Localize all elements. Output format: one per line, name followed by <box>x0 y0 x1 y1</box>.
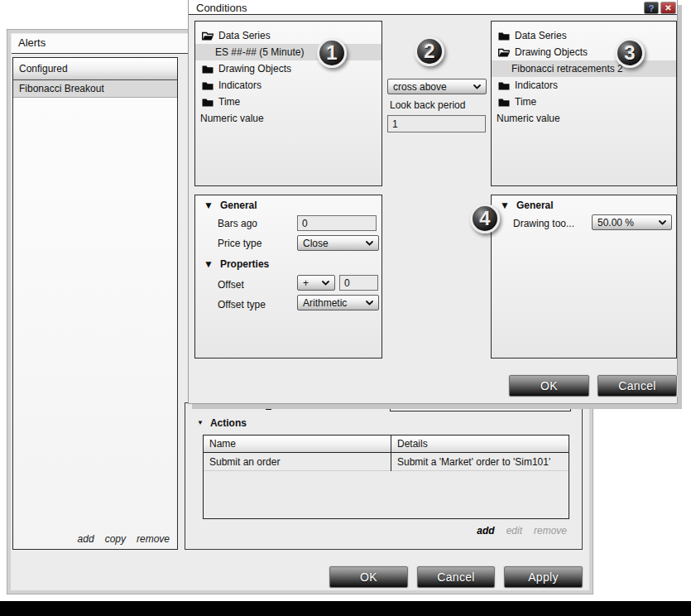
price-type-label: Price type <box>218 238 262 249</box>
bottom-black-bar <box>0 601 691 616</box>
folder-open-icon <box>202 31 214 41</box>
folder-closed-icon <box>498 98 510 107</box>
list-item-fibonacci-breakout[interactable]: Fibonacci Breakout <box>13 80 177 98</box>
tree-item-numeric-value[interactable]: Numeric value <box>195 110 381 127</box>
actions-edit-link[interactable]: edit <box>506 525 522 537</box>
tree-item-time[interactable]: Time <box>195 94 381 110</box>
collapse-arrow-icon: ▼ <box>197 420 204 426</box>
alerts-copy-link[interactable]: copy <box>105 533 126 545</box>
offset-type-label: Offset type <box>218 299 266 310</box>
action-details-cell: Submit a 'Market' order to 'Sim101' <box>391 453 569 470</box>
configured-alerts-list: Configured Fibonacci Breakout add copy r… <box>12 57 178 550</box>
help-button[interactable]: ? <box>644 2 659 14</box>
table-row[interactable]: Submit an order Submit a 'Market' order … <box>204 453 569 471</box>
right-properties-panel: ▼ General Drawing too... 50.00 % <box>491 195 677 359</box>
folder-closed-icon <box>498 81 510 90</box>
left-condition-tree: Data Series ES ##-## (5 Minute) Drawing … <box>194 21 382 186</box>
operator-dropdown[interactable]: cross above <box>387 79 487 94</box>
close-icon[interactable]: ✕ <box>660 2 676 14</box>
tree-item-drawing-objects[interactable]: Drawing Objects <box>195 60 381 77</box>
look-back-period-label: Look back period <box>390 99 465 111</box>
tree-item-indicators[interactable]: Indicators <box>195 77 381 94</box>
column-header-name: Name <box>204 436 391 452</box>
right-condition-tree: Data Series Drawing Objects Fibonacci re… <box>491 21 677 186</box>
callout-badge-1: 1 <box>317 38 347 68</box>
folder-open-icon <box>498 48 510 57</box>
folder-closed-icon <box>498 31 510 41</box>
tree-item-drawing-objects[interactable]: Drawing Objects <box>492 44 676 60</box>
actions-table-header: Name Details <box>204 436 569 453</box>
chevron-down-icon <box>366 241 373 246</box>
offset-sign-dropdown[interactable]: + <box>297 275 335 291</box>
chevron-down-icon <box>659 220 666 225</box>
actions-table: Name Details Submit an order Submit a 'M… <box>203 435 569 519</box>
look-back-period-input[interactable] <box>387 115 486 132</box>
collapse-arrow-icon: ▼ <box>204 200 214 210</box>
alerts-add-link[interactable]: add <box>78 533 94 545</box>
chevron-down-icon <box>366 301 373 306</box>
tree-item-numeric-value[interactable]: Numeric value <box>492 110 676 127</box>
tree-item-es-5-minute[interactable]: ES ##-## (5 Minute) <box>195 44 381 60</box>
conditions-cancel-button[interactable]: Cancel <box>597 375 677 397</box>
column-header-details: Details <box>391 436 569 452</box>
folder-closed-icon <box>202 98 214 107</box>
collapse-arrow-icon: ▼ <box>204 259 214 269</box>
offset-type-dropdown[interactable]: Arithmetic <box>297 295 379 310</box>
alerts-cancel-button[interactable]: Cancel <box>417 566 495 588</box>
bars-ago-label: Bars ago <box>218 218 257 229</box>
alerts-window-title: Alerts <box>18 36 46 49</box>
tree-item-data-series[interactable]: Data Series <box>492 27 676 44</box>
price-type-dropdown[interactable]: Close <box>297 235 379 251</box>
callout-badge-2: 2 <box>415 36 444 66</box>
general-section-title: General <box>516 200 554 211</box>
drawing-tool-label: Drawing too... <box>513 218 574 229</box>
conditions-dialog-title: Conditions <box>196 2 247 14</box>
properties-section-title: Properties <box>220 258 269 270</box>
action-name-cell: Submit an order <box>204 453 391 470</box>
folder-closed-icon <box>202 81 214 90</box>
tree-item-fibonacci-retracements-2[interactable]: Fibonacci retracements 2 <box>492 60 676 77</box>
column-divider <box>391 436 391 471</box>
alerts-remove-link[interactable]: remove <box>137 533 170 545</box>
tree-item-data-series[interactable]: Data Series <box>195 27 381 44</box>
hidden-control-fragment <box>266 406 271 410</box>
callout-badge-3: 3 <box>615 38 645 68</box>
folder-closed-icon <box>202 65 214 74</box>
callout-badge-4: 4 <box>470 204 500 233</box>
actions-remove-link[interactable]: remove <box>534 525 567 537</box>
alerts-ok-button[interactable]: OK <box>329 566 408 588</box>
chevron-down-icon <box>473 84 481 89</box>
configured-column-header: Configured <box>13 58 177 80</box>
tree-item-time[interactable]: Time <box>492 94 676 110</box>
offset-label: Offset <box>218 279 244 291</box>
conditions-ok-button[interactable]: OK <box>509 375 589 397</box>
drawing-tool-level-dropdown[interactable]: 50.00 % <box>592 214 672 230</box>
bars-ago-input[interactable] <box>297 215 377 231</box>
left-properties-panel: ▼ General Bars ago Price type Close ▼ Pr… <box>194 195 382 359</box>
chevron-down-icon <box>322 281 329 286</box>
screen: Alerts Configured Fibonacci Breakout add… <box>0 0 691 616</box>
tree-item-indicators[interactable]: Indicators <box>492 77 676 94</box>
offset-value-input[interactable] <box>339 275 378 291</box>
collapse-arrow-icon: ▼ <box>500 200 510 210</box>
general-section-title: General <box>220 200 257 211</box>
actions-section-title: Actions <box>210 417 247 429</box>
conditions-dialog-titlebar[interactable] <box>189 0 677 15</box>
alerts-apply-button[interactable]: Apply <box>504 566 583 588</box>
actions-add-link[interactable]: add <box>477 525 494 537</box>
